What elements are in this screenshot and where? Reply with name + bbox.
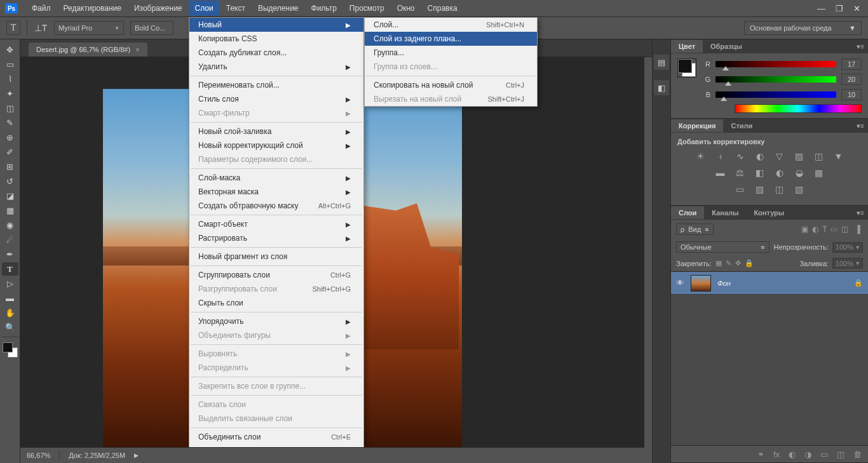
selective-color-icon[interactable]: ▨ <box>754 184 766 195</box>
menu-фильтр[interactable]: Фильтр <box>305 1 343 16</box>
g-value[interactable]: 20 <box>841 74 862 85</box>
menu-окно[interactable]: Окно <box>391 1 421 16</box>
filter-type-icon[interactable]: T <box>822 225 827 234</box>
threshold-icon[interactable]: ▦ <box>813 167 825 178</box>
pen-tool[interactable]: ✒ <box>2 248 18 261</box>
menu-item[interactable]: Слой-маска▶ <box>189 171 363 185</box>
levels-icon[interactable]: ⫞ <box>714 151 727 162</box>
panel-menu-icon[interactable]: ▾≡ <box>853 122 868 130</box>
lock-position-icon[interactable]: ✎ <box>726 259 731 267</box>
minimize-button[interactable]: — <box>817 4 825 13</box>
menu-item[interactable]: Новый слой-заливка▶ <box>189 124 363 138</box>
marquee-tool[interactable]: ▭ <box>2 58 18 71</box>
menu-item[interactable]: Новый фрагмент из слоя <box>189 250 363 264</box>
tab-styles[interactable]: Стили <box>723 119 760 132</box>
menu-item[interactable]: Стиль слоя▶ <box>189 92 363 106</box>
g-slider[interactable] <box>715 76 836 83</box>
menu-item[interactable]: Скрыть слои <box>189 296 363 310</box>
r-slider[interactable] <box>715 61 836 67</box>
document-tab[interactable]: Desert.jpg @ 66,7% (RGB/8#) × <box>29 43 147 57</box>
path-select-tool[interactable]: ▷ <box>2 277 18 290</box>
menu-слои[interactable]: Слои <box>189 1 220 16</box>
filter-adjust-icon[interactable]: ◐ <box>812 225 818 234</box>
layer-mask-icon[interactable]: ◐ <box>789 450 796 459</box>
lock-all-icon[interactable]: 🔒 <box>745 259 754 267</box>
layer-style-icon[interactable]: fx <box>773 450 780 459</box>
font-family-select[interactable]: Myriad Pro ▼ <box>54 21 124 35</box>
filter-pixel-icon[interactable]: ▣ <box>801 225 808 234</box>
panel-menu-icon[interactable]: ▾≡ <box>853 43 868 51</box>
tab-layers[interactable]: Слои <box>671 206 704 219</box>
menu-изображение[interactable]: Изображение <box>128 1 189 16</box>
vibrance-icon[interactable]: ▽ <box>773 151 786 162</box>
brightness-icon[interactable]: ☀ <box>695 151 707 162</box>
tab-color[interactable]: Цвет <box>671 40 703 53</box>
tab-swatches[interactable]: Образцы <box>703 40 750 53</box>
menu-выделение[interactable]: Выделение <box>252 1 305 16</box>
b-value[interactable]: 10 <box>841 89 862 100</box>
properties-panel-icon[interactable]: ◧ <box>654 80 669 95</box>
menu-item[interactable]: Упорядочить▶ <box>189 314 363 328</box>
r-value[interactable]: 17 <box>841 58 862 70</box>
gradient-tool[interactable]: ▦ <box>2 204 18 217</box>
layer-name[interactable]: Фон <box>717 279 731 287</box>
menu-файл[interactable]: Файл <box>25 1 57 16</box>
new-fill-icon[interactable]: ◑ <box>804 450 811 459</box>
menu-item[interactable]: Скопировать на новый слойCtrl+J <box>365 78 537 92</box>
invert-icon[interactable]: ◐ <box>773 167 786 178</box>
tab-channels[interactable]: Каналы <box>704 206 746 219</box>
menu-item[interactable]: Новый▶ <box>189 18 363 32</box>
menu-item[interactable]: Создать обтравочную маскуAlt+Ctrl+G <box>189 199 363 213</box>
zoom-level[interactable]: 66,67% <box>27 452 50 459</box>
filter-toggle[interactable]: ▌ <box>857 225 863 234</box>
brush-tool[interactable]: ✐ <box>2 145 18 159</box>
history-brush-tool[interactable]: ↺ <box>2 175 18 188</box>
shape-tool[interactable]: ▬ <box>2 292 18 305</box>
menu-item[interactable]: Векторная маска▶ <box>189 185 363 199</box>
menu-item[interactable]: Слой...Shift+Ctrl+N <box>365 18 537 32</box>
crop-tool[interactable]: ◫ <box>2 102 18 115</box>
lasso-tool[interactable]: ⌇ <box>2 72 18 86</box>
color-swatches[interactable] <box>3 342 18 358</box>
filter-smart-icon[interactable]: ◫ <box>841 225 848 234</box>
balance-icon[interactable]: ◫ <box>813 151 825 162</box>
b-slider[interactable] <box>715 91 836 98</box>
delete-layer-icon[interactable]: 🗑 <box>853 450 862 459</box>
adj-icon-4[interactable]: ▧ <box>793 184 806 195</box>
filter-shape-icon[interactable]: ▭ <box>831 225 837 234</box>
channel-mixer-icon[interactable]: ⚖ <box>734 167 747 178</box>
stamp-tool[interactable]: ⊞ <box>2 160 18 173</box>
menu-текст[interactable]: Текст <box>220 1 252 16</box>
eyedropper-tool[interactable]: ✎ <box>2 116 18 130</box>
new-group-icon[interactable]: ▭ <box>820 450 828 459</box>
doc-info[interactable]: Док: 2,25M/2,25M <box>69 452 125 459</box>
exposure-icon[interactable]: ◐ <box>754 151 766 162</box>
healing-tool[interactable]: ⊕ <box>2 131 18 144</box>
tab-adjustments[interactable]: Коррекция <box>671 119 723 132</box>
lock-pixels-icon[interactable]: ▦ <box>715 259 722 267</box>
zoom-tool[interactable]: 🔍 <box>2 321 18 334</box>
menu-item[interactable]: Сгруппировать слоиCtrl+G <box>189 268 363 282</box>
tool-preset-indicator[interactable]: T <box>6 21 20 35</box>
panel-menu-icon[interactable]: ▾≡ <box>853 209 868 217</box>
eraser-tool[interactable]: ◪ <box>2 189 18 203</box>
photo-filter-icon[interactable]: ▬ <box>714 167 727 178</box>
doc-info-arrow-icon[interactable]: ▶ <box>134 452 139 459</box>
menu-item[interactable]: Группа... <box>365 46 537 60</box>
close-button[interactable]: ✕ <box>853 4 860 13</box>
layer-filter-kind[interactable]: ρ Вид ≑ <box>676 224 714 235</box>
history-panel-icon[interactable]: ▤ <box>654 55 669 70</box>
layer-thumbnail[interactable] <box>691 275 711 292</box>
type-tool[interactable]: T <box>2 262 18 276</box>
maximize-button[interactable]: ❐ <box>836 4 843 13</box>
spectrum-bar[interactable] <box>735 104 862 113</box>
dodge-tool[interactable]: ☄ <box>2 233 18 246</box>
link-layers-icon[interactable]: ⚭ <box>757 450 764 459</box>
adj-icon-3[interactable]: ◫ <box>773 184 786 195</box>
menu-item[interactable]: Смарт-объект▶ <box>189 217 363 231</box>
menu-просмотр[interactable]: Просмотр <box>343 1 391 16</box>
bw-icon[interactable]: ▼ <box>832 151 845 162</box>
text-orientation-icon[interactable]: ⊥T <box>34 22 48 34</box>
new-layer-icon[interactable]: ◫ <box>837 450 844 459</box>
menu-item[interactable]: Переименовать слой... <box>189 78 363 92</box>
